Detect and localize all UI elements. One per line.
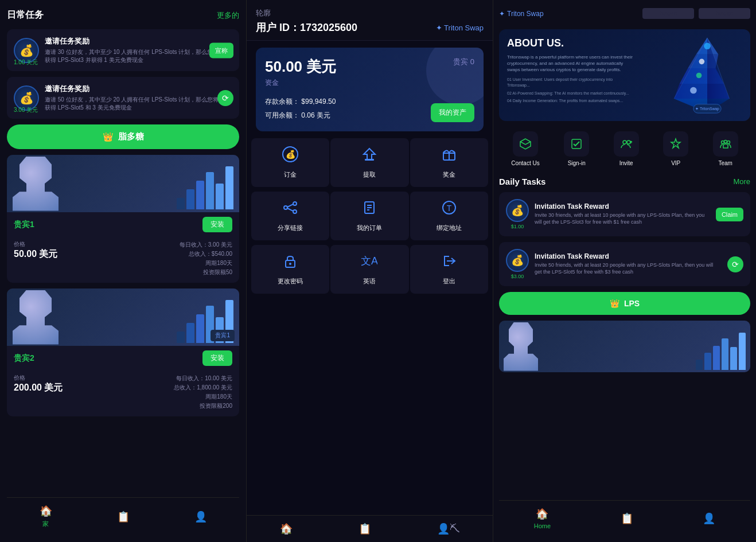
triton-logo-text: Triton Swap (507, 10, 544, 18)
list-icon-left: 📋 (117, 510, 130, 523)
share-icon (282, 200, 298, 219)
mid-grid-orders-label: 我的订单 (357, 224, 382, 232)
middle-panel: 轮廓 用户 ID：1732025600 ✦ Triton Swap 50.00 … (247, 0, 493, 542)
invite-item[interactable]: Invite (614, 131, 639, 166)
left-claim-btn-1[interactable]: 宣称 (209, 42, 233, 58)
mid-grid-share[interactable]: 分享链接 (251, 192, 329, 240)
left-task-amount-2: 3.00 美元 (14, 106, 38, 114)
user-icon-mid: 👤⛏ (437, 522, 460, 535)
left-product-total-1: 总收入：$540.00 (180, 249, 232, 259)
bind-icon: T (441, 200, 457, 219)
mid-grid-bind[interactable]: T 绑定地址 (410, 192, 488, 240)
left-product-limit-2: 投资限额200 (174, 401, 232, 411)
left-product-price-block-2: 价格 200.00 美元 (14, 374, 63, 394)
right-nav-list[interactable]: 📋 (621, 512, 633, 525)
right-nav-home[interactable]: 🏠 Home (534, 508, 551, 529)
about-points: 01 User Investment: Users deposit their … (507, 77, 637, 104)
mid-grid-language[interactable]: 文A 英语 (330, 245, 408, 294)
language-icon: 文A (361, 253, 377, 272)
top-bar-left-text: hidden (642, 8, 694, 19)
right-task-title-2: Invitation Task Reward (535, 252, 722, 260)
password-icon (282, 253, 298, 272)
svg-point-36 (727, 141, 730, 144)
left-bottom-nav: 🏠 家 📋 👤 (7, 497, 239, 535)
left-product-card-1: 贵宾1 安装 价格 50.00 美元 每日收入：3.00 美元 总收入：$540… (7, 155, 239, 283)
action-icons-row: Contact Us Sign-in Invite VIP Team (499, 127, 750, 171)
vip-icon (663, 131, 688, 157)
mid-grid-logout-label: 登出 (443, 277, 455, 286)
left-product-price-1: 50.00 美元 (14, 248, 57, 260)
top-bar-right-text: hidden (699, 8, 750, 19)
mid-header: 轮廓 用户 ID：1732025600 ✦ Triton Swap (247, 0, 493, 41)
mid-grid-deposit[interactable]: 💰 订金 (251, 138, 329, 187)
right-more-link[interactable]: More (733, 177, 750, 186)
left-product-total-2: 总收入：1,800.00 美元 (174, 383, 232, 392)
svg-marker-22 (707, 38, 730, 112)
right-pending-btn-2: ⟳ (727, 256, 743, 272)
mid-title: 轮廓 (256, 8, 484, 18)
right-claim-btn-1[interactable]: Claim (716, 208, 743, 221)
svg-point-5 (284, 206, 287, 209)
sign-in-item[interactable]: Sign-in (564, 131, 589, 166)
assets-button[interactable]: 我的资产 (431, 103, 474, 122)
about-card: ABOUT US. Tritonswap is a powerful platf… (499, 29, 750, 121)
team-item[interactable]: Team (713, 131, 738, 166)
left-task-card-2: 💰 邀请任务奖励 邀请 50 位好友，其中至少 20 人拥有任何 LPS-Slo… (7, 77, 239, 119)
right-task-amount-2: $3.00 (511, 274, 524, 279)
right-top-actions: hidden hidden (642, 8, 750, 19)
svg-point-14 (289, 263, 291, 265)
mid-nav-user[interactable]: 👤⛏ (437, 522, 460, 535)
vip-item[interactable]: VIP (663, 131, 688, 166)
svg-point-32 (623, 141, 626, 144)
mid-grid-1: 💰 订金 提取 奖金 (247, 138, 493, 187)
left-more-link[interactable]: 更多的 (217, 10, 239, 21)
mid-grid-orders[interactable]: 我的订单 (330, 192, 408, 240)
left-nav-list[interactable]: 📋 (117, 510, 130, 523)
mid-grid-logout[interactable]: 登出 (410, 245, 488, 294)
available-label: 可用余额： (265, 111, 299, 119)
left-product-img-1 (7, 155, 239, 212)
left-lps-button[interactable]: 👑 脂多糖 (7, 124, 239, 149)
mid-grid-share-label: 分享链接 (278, 224, 303, 232)
right-task-info-1: Invitation Task Reward Invite 30 friends… (535, 202, 710, 225)
about-point-2: 02 AI-Powered Swapping: The AI monitors … (507, 91, 637, 97)
left-nav-home[interactable]: 🏠 家 (40, 505, 52, 528)
left-product-header-2: 贵宾2 安装 (7, 346, 239, 368)
left-nav-user[interactable]: 👤 (194, 510, 207, 523)
svg-text:文A: 文A (361, 255, 377, 267)
left-task-info-2: 邀请任务奖励 邀请 50 位好友，其中至少 20 人拥有任何 LPS-Slots… (45, 84, 232, 112)
mid-grid-withdraw[interactable]: 提取 (330, 138, 408, 187)
left-install-btn-2[interactable]: 安装 (202, 350, 232, 366)
right-daily-header: Daily Tasks More (499, 177, 750, 186)
lps-crown-icon: 👑 (103, 132, 114, 142)
right-lps-button[interactable]: 👑 LPS (499, 292, 750, 315)
mid-grid-bonus[interactable]: 奖金 (410, 138, 488, 187)
mid-nav-home[interactable]: 🏠 (280, 522, 293, 535)
left-product-period-2: 周期180天 (174, 392, 232, 401)
right-daily-title: Daily Tasks (499, 177, 545, 186)
right-task-title-1: Invitation Task Reward (535, 202, 710, 210)
right-task-amount-1: $1.00 (511, 224, 524, 229)
svg-point-26 (699, 59, 705, 65)
left-product-card-2: 贵宾1 贵宾2 安装 价格 200.00 美元 每日收入：10.00 美元 总收… (7, 288, 239, 416)
user-id-row: 用户 ID：1732025600 ✦ Triton Swap (256, 21, 484, 34)
left-product-period-1: 周期180天 (180, 259, 232, 268)
about-point-4: 04 Daily Income Generation: The profits … (507, 98, 637, 104)
mid-grid-password[interactable]: 更改密码 (251, 245, 329, 294)
balance-card: 50.00 美元 资金 贵宾 0 存款余额： $99,949.50 可用余额： … (256, 48, 484, 131)
about-point-1: 01 User Investment: Users deposit their … (507, 77, 637, 89)
svg-point-27 (696, 73, 702, 79)
right-nav-user[interactable]: 👤 (703, 512, 715, 525)
triton-logo-icon: ✦ (499, 10, 505, 18)
left-product-info-2: 价格 200.00 美元 每日收入：10.00 美元 总收入：1,800.00 … (7, 368, 239, 416)
mid-nav-list[interactable]: 📋 (358, 522, 371, 535)
left-install-btn-1[interactable]: 安装 (202, 217, 232, 232)
right-task-card-1: 💰 $1.00 Invitation Task Reward Invite 30… (499, 192, 750, 236)
user-id: 用户 ID：1732025600 (256, 21, 357, 34)
left-task-amount-1: 1.00 关元 (14, 59, 38, 67)
svg-marker-21 (674, 38, 707, 112)
orders-icon (361, 200, 377, 219)
right-task-desc-2: Invite 50 friends, with at least 20 peop… (535, 262, 722, 275)
contact-us-item[interactable]: Contact Us (511, 131, 539, 166)
mid-grid-language-label: 英语 (363, 277, 376, 286)
